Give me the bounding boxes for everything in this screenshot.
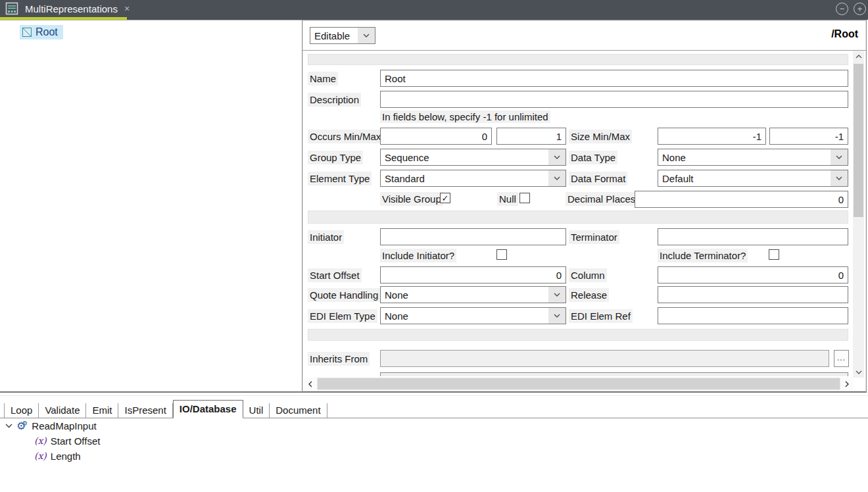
panel-splitter <box>0 395 868 396</box>
release-input[interactable] <box>658 286 848 303</box>
chevron-down-icon <box>831 170 848 186</box>
description-label: Description <box>308 93 361 107</box>
element-type-label: Element Type <box>308 172 372 185</box>
tree-item-label: Root <box>36 26 58 38</box>
size-label: Size Min/Max <box>569 130 632 143</box>
tab-validate[interactable]: Validate <box>39 403 86 418</box>
section-separator <box>308 210 848 224</box>
group-type-select[interactable]: Sequence <box>380 149 566 166</box>
data-type-select[interactable]: None <box>658 149 848 166</box>
tree-item-start-offset[interactable]: (x) Start Offset <box>34 434 100 447</box>
edit-mode-select[interactable]: Editable <box>310 27 375 44</box>
function-tabs: Loop Validate Emit IsPresent IO/Database… <box>0 401 868 418</box>
null-label: Null <box>497 192 518 206</box>
edi-elem-ref-input[interactable] <box>658 307 848 324</box>
decimal-places-input[interactable] <box>635 191 848 208</box>
decimal-places-label: Decimal Places <box>566 192 637 206</box>
visible-group-label: Visible Group <box>380 192 443 206</box>
element-type-select[interactable]: Standard <box>380 170 566 187</box>
section-separator <box>308 54 848 65</box>
gears-icon: ⚙⚙ <box>16 420 28 432</box>
include-terminator-checkbox[interactable] <box>769 249 779 260</box>
data-format-label: Data Format <box>569 172 627 185</box>
inherits-from-browse-button[interactable]: ... <box>834 350 849 367</box>
properties-form: Name Description In fields below, specif… <box>302 51 866 391</box>
include-terminator-label: Include Terminator? <box>658 249 748 262</box>
inherits-from-label: Inherits From <box>308 352 370 366</box>
chevron-down-icon[interactable] <box>5 424 12 428</box>
tab-io-database[interactable]: IO/Database <box>173 400 243 418</box>
inherits-from-input <box>380 350 829 367</box>
tree-item-label: ReadMapInput <box>32 420 96 431</box>
include-initiator-label: Include Initiator? <box>380 249 456 262</box>
horizontal-scrollbar[interactable] <box>304 378 854 390</box>
column-label: Column <box>569 268 607 282</box>
start-offset-label: Start Offset <box>308 268 362 282</box>
size-max-input[interactable] <box>769 128 848 145</box>
plus-icon: + <box>857 5 863 13</box>
scroll-right-icon[interactable] <box>840 378 854 390</box>
edi-elem-type-label: EDI Elem Type <box>308 309 377 323</box>
occurs-max-input[interactable] <box>496 128 566 145</box>
edi-elem-type-select[interactable]: None <box>380 307 566 324</box>
map-document-icon <box>5 2 18 15</box>
scroll-down-icon[interactable] <box>853 366 864 378</box>
visible-group-checkbox[interactable]: ✓ <box>440 193 450 203</box>
check-icon: ✓ <box>442 194 449 203</box>
tree-item-length[interactable]: (x) Length <box>34 449 81 462</box>
include-initiator-checkbox[interactable] <box>496 249 507 260</box>
chevron-down-icon <box>548 287 566 303</box>
minus-icon: − <box>840 5 845 13</box>
scroll-left-icon[interactable] <box>304 378 317 390</box>
close-icon[interactable]: × <box>124 4 130 13</box>
tree-item-root[interactable]: Root <box>20 25 63 39</box>
clipped-field <box>380 372 848 376</box>
zoom-out-button[interactable]: − <box>836 3 848 15</box>
tab-loop[interactable]: Loop <box>4 403 39 418</box>
quote-handling-select[interactable]: None <box>380 286 566 303</box>
column-input[interactable] <box>658 266 848 283</box>
data-format-select[interactable]: Default <box>658 170 848 187</box>
document-tab-bar: MultiRepresentations × − + <box>0 0 868 20</box>
name-label: Name <box>308 72 338 86</box>
vertical-scrollbar[interactable] <box>853 51 864 378</box>
null-checkbox[interactable] <box>519 193 530 203</box>
group-node-icon <box>22 28 32 37</box>
terminator-label: Terminator <box>569 230 619 244</box>
parameter-icon: (x) <box>34 451 47 461</box>
tab-ispresent[interactable]: IsPresent <box>118 403 172 418</box>
document-tab-title: MultiRepresentations <box>25 3 118 14</box>
tree-item-readmapinput[interactable]: ⚙⚙ ReadMapInput <box>5 419 97 432</box>
tab-util[interactable]: Util <box>243 403 270 418</box>
tab-document[interactable]: Document <box>270 403 327 418</box>
unlimited-hint: In fields below, specify -1 for unlimite… <box>380 111 550 123</box>
name-input[interactable] <box>380 70 848 87</box>
document-tab[interactable]: MultiRepresentations × <box>0 0 132 17</box>
vertical-scroll-thumb[interactable] <box>854 64 863 217</box>
group-type-label: Group Type <box>308 151 363 164</box>
description-input[interactable] <box>380 91 848 108</box>
start-offset-input[interactable] <box>380 266 566 283</box>
structure-tree-panel: Root <box>0 20 302 393</box>
terminator-input[interactable] <box>658 228 848 245</box>
horizontal-scroll-thumb[interactable] <box>318 378 840 389</box>
map-editor-window: MultiRepresentations × − + Root Editable <box>0 0 868 492</box>
occurs-label: Occurs Min/Max <box>308 130 383 143</box>
zoom-in-button[interactable]: + <box>854 3 866 15</box>
scroll-up-icon[interactable] <box>853 51 864 62</box>
tab-emit[interactable]: Emit <box>86 403 118 418</box>
occurs-min-input[interactable] <box>380 128 492 145</box>
chevron-down-icon <box>358 28 375 43</box>
chevron-down-icon <box>548 149 566 165</box>
size-min-input[interactable] <box>658 128 766 145</box>
parameter-icon: (x) <box>34 435 47 446</box>
tree-item-label: Start Offset <box>51 435 101 447</box>
data-type-label: Data Type <box>569 151 617 164</box>
quote-handling-label: Quote Handling <box>308 288 380 302</box>
release-label: Release <box>569 288 609 302</box>
initiator-label: Initiator <box>308 230 344 244</box>
properties-panel: Editable /Root Name Description In field… <box>302 20 867 393</box>
node-path: /Root <box>831 28 858 40</box>
chevron-down-icon <box>831 149 848 165</box>
initiator-input[interactable] <box>380 228 566 245</box>
